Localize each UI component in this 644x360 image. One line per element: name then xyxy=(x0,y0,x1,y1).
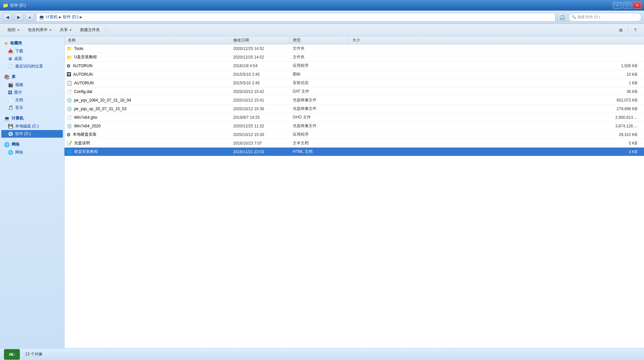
refresh-button[interactable]: 🔄 xyxy=(557,13,567,22)
computer-label: 计算机 xyxy=(12,115,23,121)
music-icon: 🎵 xyxy=(8,105,13,110)
sidebar-item-network[interactable]: 🌐 网络 xyxy=(1,149,63,156)
recent-icon: 🕐 xyxy=(8,64,13,69)
sidebar-item-music[interactable]: 🎵 音乐 xyxy=(1,104,63,112)
file-row[interactable]: 📋 AUTORUN 2015/5/10 2:45 安装信息 1 KB xyxy=(64,79,644,87)
column-header: 名称 修改日期 类型 大小 xyxy=(64,36,644,44)
file-name: AUTORUN xyxy=(73,72,93,77)
file-date: 2015/5/10 2:45 xyxy=(230,81,289,85)
include-library-button[interactable]: 包含到库中 ▼ xyxy=(24,25,56,35)
file-row[interactable]: ⚙ AUTORUN 2016/1/8 4:54 应用程序 1,926 KB xyxy=(64,62,644,70)
library-section: 📚 库 🎬 视频 🖼 图片 📄 文档 🎵 音乐 xyxy=(1,73,63,112)
sidebar-item-video[interactable]: 🎬 视频 xyxy=(1,81,63,89)
file-date: 2020/12/25 11:32 xyxy=(230,124,289,128)
col-header-type[interactable]: 类型 xyxy=(289,36,349,44)
video-icon: 🎬 xyxy=(8,82,13,87)
status-count: 13 个对象 xyxy=(25,351,43,357)
file-row[interactable]: ⚙ 本地硬盘安装 2020/10/12 15:30 应用程序 28,315 KB xyxy=(64,130,644,139)
window-title: 软件 (D:) xyxy=(10,3,26,8)
new-folder-button[interactable]: 新建文件夹 xyxy=(76,25,104,35)
sidebar-item-recent-label: 最近访问的位置 xyxy=(15,64,43,69)
search-placeholder: 搜索 软件 (D:) xyxy=(578,15,600,20)
file-name-cell: 🌐 硬盘安装教程 xyxy=(64,149,230,155)
sidebar-item-pictures[interactable]: 🖼 图片 xyxy=(1,89,63,96)
file-icon: 💿 xyxy=(66,123,72,129)
sidebar-item-desktop[interactable]: 🖥 桌面 xyxy=(1,55,63,63)
file-name: AUTORUN xyxy=(74,81,94,85)
sidebar-item-documents[interactable]: 📄 文档 xyxy=(1,96,63,104)
computer-header[interactable]: 💻 计算机 xyxy=(1,114,63,122)
title-bar: 📁 软件 (D:) ─ □ ✕ xyxy=(0,0,644,11)
file-name: Win7x64_2020 xyxy=(74,124,101,128)
sidebar-item-recent[interactable]: 🕐 最近访问的位置 xyxy=(1,63,63,70)
file-row[interactable]: 💿 pe_yqs_xp_20_07_31_15_53 2020/10/12 15… xyxy=(64,105,644,113)
maximize-button[interactable]: □ xyxy=(623,2,631,9)
back-button[interactable]: ◀ xyxy=(3,13,12,22)
view-button[interactable]: ⊞ xyxy=(616,25,626,35)
minimize-button[interactable]: ─ xyxy=(613,2,622,9)
col-header-size[interactable]: 大小 xyxy=(349,36,644,44)
file-name-cell: 📋 AUTORUN xyxy=(64,80,230,86)
file-row[interactable]: 📁 U盘安装教程 2020/12/25 14:52 文件夹 xyxy=(64,53,644,62)
file-name: Win7x64.gho xyxy=(74,115,97,120)
library-header[interactable]: 📚 库 xyxy=(1,73,63,81)
file-type: 应用程序 xyxy=(289,132,349,137)
file-icon: 📝 xyxy=(66,141,72,146)
forward-button[interactable]: ▶ xyxy=(14,13,23,22)
file-name: 本地硬盘安装 xyxy=(73,132,97,137)
favorites-section: ★ 收藏夹 📥 下载 🖥 桌面 🕐 最近访问的位置 xyxy=(1,39,63,70)
sidebar-item-downloads[interactable]: 📥 下载 xyxy=(1,47,63,55)
file-size: 28,315 KB xyxy=(349,132,644,137)
title-bar-controls: ─ □ ✕ xyxy=(613,2,641,9)
file-name-cell: 📄 Config.dat xyxy=(64,89,230,94)
file-row[interactable]: 📁 Tools 2020/12/25 14:52 文件夹 xyxy=(64,44,644,53)
search-box[interactable]: 🔍 搜索 软件 (D:) xyxy=(569,13,641,22)
sidebar-item-drive-d[interactable]: 💿 软件 (D:) xyxy=(1,130,63,138)
search-icon: 🔍 xyxy=(572,15,576,19)
file-size: 652,072 KB xyxy=(349,98,644,103)
breadcrumb-drive[interactable]: 软件 (D:) xyxy=(63,14,78,20)
col-header-name[interactable]: 名称 xyxy=(64,36,230,44)
col-header-date[interactable]: 修改日期 xyxy=(230,36,289,44)
sidebar-item-drive-c-label: 本地磁盘 (C:) xyxy=(15,123,39,129)
file-date: 2020/12/25 14:52 xyxy=(230,55,289,60)
file-row[interactable]: 📝 光盘说明 2016/10/23 7:07 文本文档 5 KB xyxy=(64,139,644,148)
toolbar-divider-2 xyxy=(628,26,628,34)
file-row[interactable]: 🖼 AUTORUN 2015/5/10 2:45 图标 10 KB xyxy=(64,70,644,79)
file-row[interactable]: 💿 Win7x64_2020 2020/12/25 11:32 光盘映像文件 3… xyxy=(64,122,644,130)
file-row[interactable]: 📄 Config.dat 2020/10/12 15:42 DAT 文件 36 … xyxy=(64,87,644,96)
organize-button[interactable]: 组织 ▼ xyxy=(4,25,23,35)
sidebar-item-network-label: 网络 xyxy=(15,150,23,155)
title-bar-left: 📁 软件 (D:) xyxy=(3,3,26,8)
toolbar: 组织 ▼ 包含到库中 ▼ 共享 ▼ 新建文件夹 ⊞ ? xyxy=(0,24,644,36)
documents-icon: 📄 xyxy=(8,98,13,103)
network-section: 🌐 网络 🌐 网络 xyxy=(1,140,63,156)
file-size: 10 KB xyxy=(349,72,644,77)
file-row[interactable]: 💿 pe_yqs_1064_20_07_31_16_04 2020/10/12 … xyxy=(64,96,644,105)
file-date: 2016/1/8 4:54 xyxy=(230,64,289,68)
status-bar: RE - 13 个对象 xyxy=(0,348,644,360)
sidebar-item-drive-c[interactable]: 💾 本地磁盘 (C:) xyxy=(1,122,63,130)
drive-c-icon: 💾 xyxy=(8,124,13,129)
sidebar-item-pictures-label: 图片 xyxy=(14,90,22,95)
file-name-cell: 💿 pe_yqs_xp_20_07_31_15_53 xyxy=(64,106,230,112)
file-name-cell: 📄 Win7x64.gho xyxy=(64,115,230,120)
favorites-header[interactable]: ★ 收藏夹 xyxy=(1,39,63,47)
file-name-cell: 📝 光盘说明 xyxy=(64,140,230,146)
file-size: 2,900,813 ... xyxy=(349,115,644,120)
file-name: pe_yqs_1064_20_07_31_16_04 xyxy=(74,98,131,103)
file-icon: 📄 xyxy=(66,115,72,120)
breadcrumb: 💻 计算机 ▶ 软件 (D:) ▶ xyxy=(36,13,555,22)
computer-icon: 💻 xyxy=(4,116,10,121)
share-button[interactable]: 共享 ▼ xyxy=(56,25,76,35)
window-icon: 📁 xyxy=(3,3,8,8)
file-icon: 📄 xyxy=(66,89,72,94)
help-button[interactable]: ? xyxy=(630,25,640,35)
up-button[interactable]: ▲ xyxy=(25,13,34,22)
breadcrumb-computer[interactable]: 计算机 xyxy=(46,14,58,20)
file-row[interactable]: 📄 Win7x64.gho 2019/9/7 19:25 GHO 文件 2,90… xyxy=(64,113,644,122)
file-row[interactable]: 🌐 硬盘安装教程 2016/11/21 22:03 HTML 文档 3 KB xyxy=(64,148,644,156)
network-header[interactable]: 🌐 网络 xyxy=(1,140,63,149)
desktop-icon: 🖥 xyxy=(8,56,12,61)
close-button[interactable]: ✕ xyxy=(633,2,641,9)
